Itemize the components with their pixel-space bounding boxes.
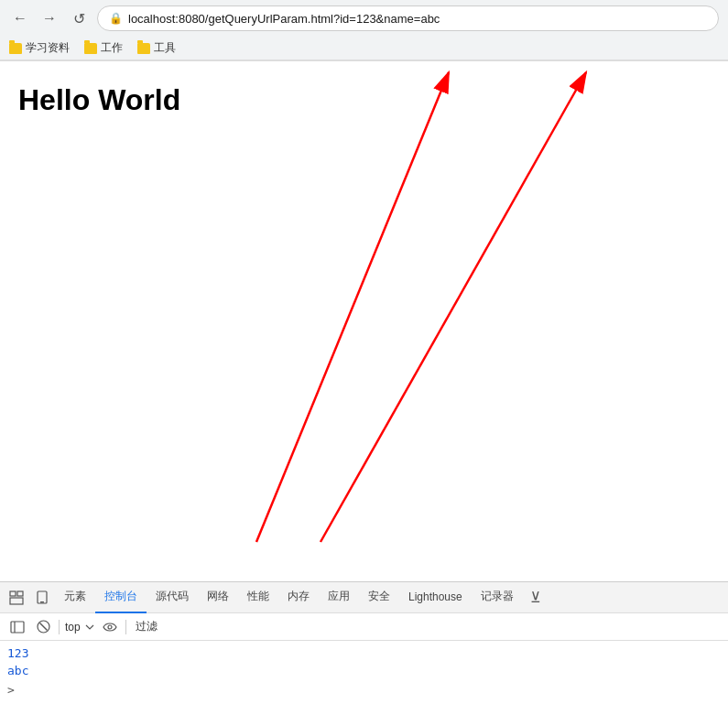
console-line-1: 123 (7, 644, 721, 662)
nav-bar: ← → ↺ 🔒 localhost:8080/getQueryUrlParam.… (0, 0, 728, 37)
toolbar-divider-1 (59, 620, 60, 634)
arrows-overlay (0, 61, 728, 556)
context-selector[interactable]: top (65, 621, 94, 634)
bookmark-item-1[interactable]: 学习资料 (9, 40, 70, 56)
url-text: localhost:8080/getQueryUrlParam.html?id=… (128, 12, 440, 26)
clear-console-icon[interactable] (33, 617, 53, 637)
reload-button[interactable]: ↺ (68, 7, 90, 29)
inspect-element-icon[interactable] (4, 585, 29, 611)
bookmark-label-1: 学习资料 (26, 40, 70, 56)
page-content: Hello World (0, 61, 728, 556)
console-toolbar: top 过滤 (0, 613, 728, 641)
bookmark-label-2: 工作 (101, 40, 123, 56)
tab-network[interactable]: 网络 (198, 582, 238, 613)
tab-memory[interactable]: 内存 (278, 582, 319, 613)
folder-icon-1 (9, 43, 22, 54)
svg-rect-5 (10, 598, 23, 604)
lock-icon: 🔒 (109, 12, 123, 25)
bookmark-item-2[interactable]: 工作 (84, 40, 123, 56)
tab-performance[interactable]: 性能 (238, 582, 278, 613)
folder-icon-3 (137, 43, 150, 54)
devtools-tabs: 元素 控制台 源代码 网络 性能 内存 应用 安全 Lighthouse 记录器… (0, 582, 728, 613)
console-prompt[interactable]: > (7, 679, 721, 700)
page-heading: Hello World (0, 61, 728, 117)
svg-point-13 (108, 625, 112, 629)
bookmarks-bar: 学习资料 工作 工具 (0, 37, 728, 60)
more-tabs-icon[interactable]: ⊻ (523, 585, 549, 611)
svg-rect-4 (10, 591, 16, 596)
svg-rect-6 (17, 591, 23, 596)
svg-rect-9 (11, 622, 24, 633)
tab-sources[interactable]: 源代码 (147, 582, 198, 613)
tab-recorder[interactable]: 记录器 (472, 582, 523, 613)
svg-line-12 (39, 623, 47, 631)
svg-line-3 (321, 72, 586, 542)
back-button[interactable]: ← (9, 7, 31, 29)
console-output: 123 abc > (0, 641, 728, 704)
console-line-2: abc (7, 662, 721, 679)
tab-lighthouse[interactable]: Lighthouse (399, 582, 472, 613)
tab-application[interactable]: 应用 (319, 582, 359, 613)
bookmark-item-3[interactable]: 工具 (137, 40, 176, 56)
svg-rect-8 (40, 601, 44, 603)
bookmark-label-3: 工具 (154, 40, 176, 56)
folder-icon-2 (84, 43, 97, 54)
devtools-panel: 元素 控制台 源代码 网络 性能 内存 应用 安全 Lighthouse 记录器… (0, 581, 728, 704)
toolbar-divider-2 (125, 620, 126, 634)
browser-chrome: ← → ↺ 🔒 localhost:8080/getQueryUrlParam.… (0, 0, 728, 61)
tab-console[interactable]: 控制台 (95, 582, 147, 613)
filter-input[interactable]: 过滤 (132, 617, 161, 636)
tab-elements[interactable]: 元素 (55, 582, 95, 613)
address-bar[interactable]: 🔒 localhost:8080/getQueryUrlParam.html?i… (97, 5, 719, 31)
svg-line-2 (256, 72, 449, 542)
device-toolbar-icon[interactable] (29, 585, 55, 611)
forward-button[interactable]: → (38, 7, 60, 29)
eye-icon[interactable] (100, 617, 120, 637)
tab-security[interactable]: 安全 (359, 582, 399, 613)
sidebar-toggle-icon[interactable] (7, 617, 27, 637)
